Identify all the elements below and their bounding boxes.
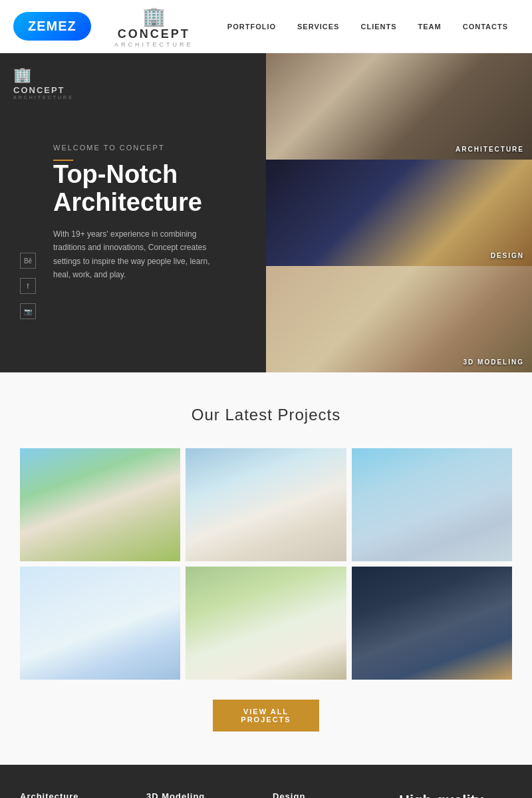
footer-col-tagline: High-quality solutions We are committed …	[399, 791, 512, 798]
hero-description: With 19+ years' experience in combining …	[53, 227, 226, 282]
project-item[interactable]	[186, 448, 346, 561]
hero-welcome-text: WELCOME TO CONCEPT	[53, 144, 239, 152]
footer-design-title: Design	[273, 791, 386, 798]
hero-image-grid: ARCHITECTURE DESIGN 3D MODELING	[266, 53, 532, 372]
hero-section: 🏢 CONCEPT ARCHITECTURE WELCOME TO CONCEP…	[0, 53, 532, 372]
footer-3dmodeling-title: 3D Modeling	[146, 791, 259, 798]
nav-team[interactable]: TEAM	[408, 16, 452, 37]
zemez-logo[interactable]: ZEMEZ	[13, 12, 91, 41]
panel-architecture-label: ARCHITECTURE	[456, 146, 524, 153]
hero-panel-3dmodeling[interactable]: 3D MODELING	[266, 266, 532, 372]
project-item[interactable]	[352, 567, 512, 680]
hero-panel-architecture[interactable]: ARCHITECTURE	[266, 53, 532, 160]
view-all-projects-button[interactable]: VIEW ALL PROJECTS	[213, 700, 319, 732]
hero-content: WELCOME TO CONCEPT Top-Notch Architectur…	[0, 53, 266, 372]
projects-section-title: Our Latest Projects	[20, 406, 512, 424]
top-navigation: PORTFOLIO SERVICES CLIENTS TEAM CONTACTS	[217, 16, 519, 37]
footer: Architecture Planning & Development Proj…	[0, 765, 532, 798]
nav-portfolio[interactable]: PORTFOLIO	[217, 16, 287, 37]
project-item[interactable]	[186, 567, 346, 680]
brand-name: CONCEPT	[118, 27, 190, 41]
nav-contacts[interactable]: CONTACTS	[452, 16, 519, 37]
building-icon: 🏢	[142, 5, 166, 27]
hero-title: Top-Notch Architecture	[53, 161, 239, 217]
panel-3dmodeling-label: 3D MODELING	[464, 358, 524, 366]
footer-architecture-title: Architecture	[20, 791, 133, 798]
projects-grid	[20, 448, 512, 680]
center-logo: 🏢 CONCEPT ARCHITECTURE	[114, 5, 194, 48]
projects-section: Our Latest Projects VIEW ALL PROJECTS	[0, 372, 532, 765]
footer-col-architecture: Architecture Planning & Development Proj…	[20, 791, 133, 798]
footer-col-3dmodeling: 3D Modeling Interior Rendering Visualiza…	[146, 791, 259, 798]
hero-panel-design[interactable]: DESIGN	[266, 160, 532, 266]
nav-clients[interactable]: CLIENTS	[350, 16, 407, 37]
topbar: ZEMEZ 🏢 CONCEPT ARCHITECTURE PORTFOLIO S…	[0, 0, 532, 53]
brand-sub: ARCHITECTURE	[114, 41, 194, 48]
footer-tagline-title: High-quality solutions	[399, 791, 512, 798]
project-item[interactable]	[20, 567, 180, 680]
panel-design-label: DESIGN	[491, 252, 524, 259]
nav-services[interactable]: SERVICES	[287, 16, 350, 37]
footer-col-design: Design Interior Design Architectural Des…	[273, 791, 386, 798]
project-item[interactable]	[20, 448, 180, 561]
project-item[interactable]	[352, 448, 512, 561]
